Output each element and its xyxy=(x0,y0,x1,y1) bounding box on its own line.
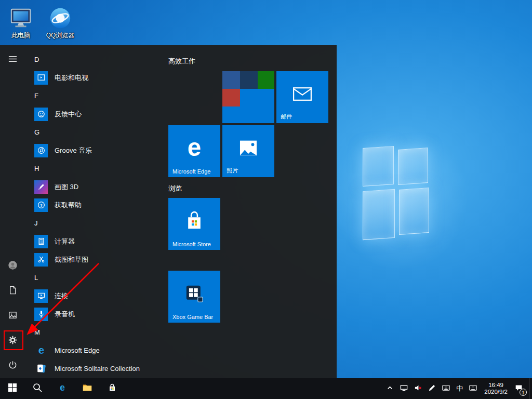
app-list-item[interactable]: 录音机 xyxy=(25,305,168,323)
search-icon xyxy=(32,382,43,395)
calculator-icon xyxy=(34,235,48,248)
app-list-item-label: Microsoft Solitaire Collection xyxy=(55,365,140,373)
app-list-section-D[interactable]: D xyxy=(25,50,168,69)
taskbar-clock[interactable]: 16:49 2020/9/2 xyxy=(480,378,512,399)
voice-recorder-icon xyxy=(34,308,48,321)
app-list-item-label: 电影和电视 xyxy=(55,73,88,83)
snip-sketch-icon xyxy=(34,253,48,267)
taskbar-edge-button[interactable]: e xyxy=(50,378,75,399)
windows-logo-pane xyxy=(399,188,429,235)
app-list-item[interactable]: 画图 3D xyxy=(25,178,168,196)
tile-microsoft-edge[interactable]: e Microsoft Edge xyxy=(168,125,220,177)
store-bag-icon xyxy=(107,382,117,395)
expand-button[interactable] xyxy=(0,47,25,72)
tile-office[interactable] xyxy=(222,71,274,123)
groove-music-icon xyxy=(34,144,48,157)
app-list-item[interactable]: Groove 音乐 xyxy=(25,141,168,159)
user-icon xyxy=(8,260,18,272)
taskbar-search-button[interactable] xyxy=(25,378,50,399)
app-list-item[interactable]: 连接 xyxy=(25,287,168,305)
tile-xbox-game-bar[interactable]: Xbox Game Bar xyxy=(168,271,220,323)
app-list-item[interactable]: 反馈中心 xyxy=(25,105,168,123)
clock-date: 2020/9/2 xyxy=(484,389,508,395)
start-menu: D电影和电视F反馈中心GGroove 音乐H画图 3D?获取帮助J计算器截图和草… xyxy=(0,45,337,378)
tile-microsoft-store[interactable]: Microsoft Store xyxy=(168,198,220,250)
tile-photos[interactable]: 照片 xyxy=(222,125,274,177)
tile-label: Microsoft Edge xyxy=(172,168,210,175)
tile-label: 照片 xyxy=(227,167,238,175)
notification-badge: 1 xyxy=(520,389,527,396)
edge-icon: e xyxy=(34,344,48,357)
app-list-section-M[interactable]: M xyxy=(25,323,168,341)
ime-language-label: 中 xyxy=(456,384,463,393)
photos-icon xyxy=(234,134,262,162)
app-list-item-label: 反馈中心 xyxy=(55,110,82,119)
svg-text:e: e xyxy=(38,344,44,356)
volume-button[interactable] xyxy=(411,378,425,399)
solitaire-icon xyxy=(34,362,48,376)
section-letter: D xyxy=(34,56,39,63)
touch-keyboard-button[interactable] xyxy=(439,378,453,399)
svg-text:e: e xyxy=(60,382,65,393)
documents-button[interactable] xyxy=(0,278,25,303)
movies-tv-icon xyxy=(34,71,48,85)
app-list-item[interactable]: eMicrosoft Edge xyxy=(25,341,168,360)
pictures-button[interactable] xyxy=(0,303,25,328)
app-list-item[interactable]: 计算器 xyxy=(25,232,168,250)
desktop-icon-label: 此电脑 xyxy=(11,31,30,40)
this-pc-icon xyxy=(9,6,33,30)
paint-3d-icon xyxy=(34,180,48,194)
taskbar-file-explorer-button[interactable] xyxy=(75,378,100,399)
user-button[interactable] xyxy=(0,254,25,278)
desktop-icons: 此电脑 QQ浏览器 xyxy=(1,4,80,40)
tile-label: 邮件 xyxy=(281,113,292,121)
start-button[interactable] xyxy=(0,378,25,399)
section-letter: L xyxy=(34,274,38,282)
windows-logo-pane xyxy=(398,148,428,185)
app-list-item[interactable]: 截图和草图 xyxy=(25,250,168,269)
tray-overflow-button[interactable] xyxy=(383,378,397,399)
app-list-section-L[interactable]: L xyxy=(25,269,168,287)
pen-icon xyxy=(428,384,436,393)
app-list-item-label: 录音机 xyxy=(55,310,75,319)
ime-keyboard-icon xyxy=(469,384,477,393)
windows-logo-pane xyxy=(363,189,395,240)
tile-group-title[interactable]: 浏览 xyxy=(168,184,182,193)
network-button[interactable] xyxy=(397,378,411,399)
clock-time: 16:49 xyxy=(488,382,503,389)
taskbar: e xyxy=(0,378,532,399)
volume-muted-icon xyxy=(414,384,422,393)
notification-center-button[interactable]: 1 xyxy=(512,378,529,399)
app-list-item-label: Microsoft Edge xyxy=(55,347,100,354)
svg-text:e: e xyxy=(188,134,201,161)
ime-language-button[interactable]: 中 xyxy=(453,378,466,399)
app-list-section-J[interactable]: J xyxy=(25,214,168,232)
app-list-item[interactable]: ?获取帮助 xyxy=(25,196,168,214)
app-list-item[interactable]: Microsoft Solitaire Collection xyxy=(25,360,168,378)
app-list-section-F[interactable]: F xyxy=(25,87,168,105)
app-list-section-G[interactable]: G xyxy=(25,123,168,141)
desktop-icon-qq-browser[interactable]: QQ浏览器 xyxy=(41,4,80,40)
get-help-icon: ? xyxy=(34,198,48,212)
app-list-section-H[interactable]: H xyxy=(25,159,168,178)
settings-button[interactable] xyxy=(0,328,25,353)
desktop-icon-this-pc[interactable]: 此电脑 xyxy=(1,4,41,40)
document-icon xyxy=(8,285,18,297)
taskbar-store-button[interactable] xyxy=(100,378,125,399)
start-tiles: 高效工作 邮件 e Microsof xyxy=(168,45,337,378)
section-letter: M xyxy=(34,328,40,336)
power-button[interactable] xyxy=(0,353,25,378)
store-icon xyxy=(180,207,208,235)
show-desktop-button[interactable] xyxy=(529,378,532,399)
connect-icon xyxy=(34,289,48,303)
tile-group-title[interactable]: 高效工作 xyxy=(168,57,195,66)
app-list-item[interactable]: 电影和电视 xyxy=(25,69,168,87)
tile-mail[interactable]: 邮件 xyxy=(276,71,328,123)
pen-button[interactable] xyxy=(425,378,439,399)
gear-icon xyxy=(8,335,18,347)
power-icon xyxy=(8,360,18,372)
ime-keyboard-button[interactable] xyxy=(466,378,480,399)
app-list-item-label: 画图 3D xyxy=(55,182,78,192)
pictures-icon xyxy=(8,310,18,322)
app-list-item-label: Groove 音乐 xyxy=(55,146,92,155)
